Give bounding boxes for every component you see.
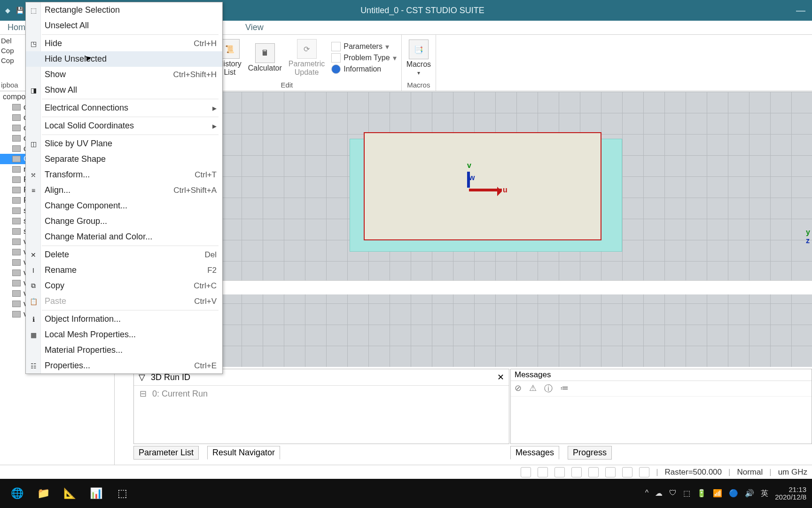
menu-item[interactable]: ℹObject Information... (26, 311, 222, 327)
menu-item-label: Hide Unselected (45, 54, 107, 64)
information-button[interactable]: Information (331, 64, 396, 74)
menu-item-shortcut: Del (204, 250, 217, 260)
close-icon[interactable]: ✕ (497, 372, 504, 382)
taskbar-clock[interactable]: 21:13 2020/12/8 (775, 486, 808, 501)
zoom-fit-icon[interactable] (521, 467, 531, 477)
menu-item[interactable]: Material Properties... (26, 342, 222, 358)
menu-item-icon: ◳ (29, 39, 38, 48)
minimize-button[interactable]: — (796, 5, 805, 16)
taskbar-app[interactable]: 📁 (30, 482, 56, 505)
menu-item[interactable]: ▦Local Mesh Properties... (26, 327, 222, 342)
orientation-triad: y z (806, 228, 810, 245)
tray-icon[interactable]: 🔋 (697, 489, 706, 499)
pin-icon[interactable]: ⊟ (140, 389, 147, 399)
qat-save-icon[interactable]: 💾 (15, 6, 24, 15)
copy-view-label[interactable]: Cop (1, 56, 24, 64)
menu-item[interactable]: ◳HideCtrl+H (26, 36, 222, 51)
menu-item[interactable]: ⧉CopyCtrl+C (26, 278, 222, 294)
pan-icon[interactable] (538, 467, 548, 477)
delete-label[interactable]: Del (1, 37, 24, 45)
tray-icon[interactable]: ☁ (655, 489, 663, 499)
current-run-label[interactable]: 0: Current Run (152, 389, 208, 399)
wireframe-icon[interactable] (622, 467, 632, 477)
menu-separator (42, 99, 219, 99)
cube-icon (12, 311, 21, 318)
tray-icon[interactable]: ^ (645, 489, 649, 499)
menu-item[interactable]: Local Solid Coordinates▸ (26, 118, 222, 134)
macros-button[interactable]: 📑Macros▾ (406, 40, 431, 76)
reset-view-icon[interactable] (588, 467, 599, 477)
tray-icon[interactable]: 🔊 (745, 489, 754, 499)
clear-messages-icon[interactable]: ⊘ (515, 383, 522, 394)
menu-item[interactable]: ≡Align...Ctrl+Shift+A (26, 183, 222, 198)
cube-icon (12, 259, 21, 266)
system-tray: ^☁🛡⬚🔋📶🔵🔊英 21:13 2020/12/8 (645, 486, 808, 501)
taskbar-app[interactable]: 📐 (56, 482, 83, 505)
macros-group-label: Macros (407, 80, 430, 90)
snap-icon[interactable] (605, 467, 616, 477)
bottom-right-tabs: Messages Progress (510, 446, 612, 460)
messages-title: Messages (511, 369, 812, 381)
menu-item-label: Show All (45, 85, 77, 95)
menu-item[interactable]: Change Component... (26, 198, 222, 214)
parametric-update-button[interactable]: ⟳Parametric Update (289, 39, 325, 77)
menu-item-shortcut: Ctrl+E (194, 361, 217, 371)
menu-separator (42, 117, 219, 117)
menu-item-label: Delete (45, 250, 69, 260)
tray-icon[interactable]: ⬚ (683, 489, 690, 499)
info-icon (331, 64, 341, 74)
cube-icon (12, 114, 21, 121)
tab-home[interactable]: Hom (8, 23, 25, 34)
menu-item[interactable]: ⤱Transform...Ctrl+T (26, 167, 222, 183)
result-navigator-panel: ▽ 3D Run ID ✕ ⊟ 0: Current Run (133, 369, 509, 444)
menu-item-icon: ▦ (29, 330, 38, 340)
clipboard-group-label: ipboa (1, 81, 24, 89)
tray-icon[interactable]: 🛡 (669, 489, 677, 499)
menu-item[interactable]: Change Group... (26, 214, 222, 229)
tray-icon[interactable]: 🔵 (729, 489, 738, 499)
menu-item[interactable]: Change Material and Color... (26, 229, 222, 245)
box-icon[interactable] (639, 467, 649, 477)
tray-icon[interactable]: 英 (761, 489, 768, 499)
taskbar-app[interactable]: 📊 (83, 482, 109, 505)
zoom-icon[interactable] (571, 467, 582, 477)
menu-item[interactable]: ⬚Rectangle Selection (26, 2, 222, 18)
menu-item-shortcut: F2 (207, 266, 217, 275)
menu-item[interactable]: Electrical Connections▸ (26, 100, 222, 116)
taskbar-app[interactable]: 🌐 (4, 482, 30, 505)
menu-item[interactable]: IRenameF2 (26, 262, 222, 278)
menu-item[interactable]: ✕DeleteDel (26, 247, 222, 262)
tab-result-navigator[interactable]: Result Navigator (207, 446, 280, 460)
menu-item-label: Copy (45, 281, 64, 291)
menu-item-icon: ⧉ (29, 281, 38, 291)
warning-filter-icon[interactable]: ⚠ (529, 383, 537, 394)
taskbar-app[interactable]: ⬚ (109, 482, 135, 505)
copy-label[interactable]: Cop (1, 47, 24, 55)
menu-item-icon: ☷ (29, 361, 38, 371)
tab-view[interactable]: View (245, 23, 264, 34)
tray-icon[interactable]: 📶 (713, 489, 722, 499)
calculator-button[interactable]: 🖩Calculator (248, 43, 282, 72)
tab-messages[interactable]: Messages (510, 446, 559, 460)
tab-parameter-list[interactable]: Parameter List (133, 446, 199, 460)
problem-type-button[interactable]: Problem Type▾ (331, 53, 396, 63)
menu-item[interactable]: ◨Show All (26, 82, 222, 98)
messages-panel: Messages ⊘ ⚠ ⓘ ≔ (510, 369, 812, 444)
parameters-button[interactable]: Parameters▾ (331, 42, 396, 51)
tab-progress[interactable]: Progress (568, 446, 612, 460)
rotate-icon[interactable] (554, 467, 565, 477)
menu-item[interactable]: Separate Shape (26, 151, 222, 167)
menu-item[interactable]: ◫Slice by UV Plane (26, 136, 222, 151)
menu-item[interactable]: Hide Unselected (26, 51, 222, 67)
menu-item[interactable]: ☷Properties...Ctrl+E (26, 358, 222, 373)
info-filter-icon[interactable]: ⓘ (544, 383, 553, 394)
problem-type-icon (331, 53, 341, 63)
bottom-left-tabs: Parameter List Result Navigator (133, 446, 280, 460)
calculator-icon: 🖩 (255, 43, 275, 63)
solid-selected[interactable] (364, 132, 601, 240)
scroll-icon[interactable]: ≔ (560, 383, 569, 394)
menu-item-label: Rename (45, 265, 77, 275)
menu-item[interactable]: Unselect All (26, 18, 222, 33)
menu-item[interactable]: ShowCtrl+Shift+H (26, 67, 222, 82)
menu-item-label: Separate Shape (45, 154, 106, 164)
